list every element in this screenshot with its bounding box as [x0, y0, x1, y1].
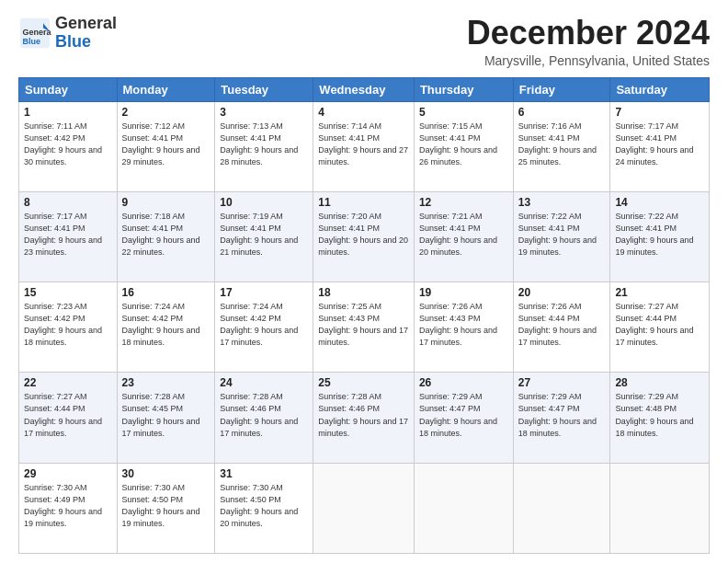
calendar-header-monday: Monday [117, 77, 215, 101]
calendar-day-cell: 9Sunrise: 7:18 AMSunset: 4:41 PMDaylight… [117, 191, 215, 282]
day-info: Sunrise: 7:26 AMSunset: 4:43 PMDaylight:… [419, 301, 508, 349]
day-info: Sunrise: 7:27 AMSunset: 4:44 PMDaylight:… [615, 301, 704, 349]
calendar-header-saturday: Saturday [610, 77, 710, 101]
calendar-header-thursday: Thursday [414, 77, 513, 101]
day-info: Sunrise: 7:23 AMSunset: 4:42 PMDaylight:… [24, 301, 112, 349]
day-number: 13 [518, 196, 606, 209]
day-number: 2 [122, 106, 210, 119]
title-block: December 2024 Marysville, Pennsylvania, … [467, 15, 710, 68]
day-info: Sunrise: 7:21 AMSunset: 4:41 PMDaylight:… [419, 211, 508, 259]
calendar-week-row: 15Sunrise: 7:23 AMSunset: 4:42 PMDayligh… [19, 282, 710, 373]
day-info: Sunrise: 7:29 AMSunset: 4:48 PMDaylight:… [615, 391, 704, 439]
calendar-day-cell: 1Sunrise: 7:11 AMSunset: 4:42 PMDaylight… [19, 101, 118, 191]
calendar-day-cell: 14Sunrise: 7:22 AMSunset: 4:41 PMDayligh… [610, 191, 710, 282]
calendar-week-row: 22Sunrise: 7:27 AMSunset: 4:44 PMDayligh… [19, 373, 710, 463]
day-info: Sunrise: 7:17 AMSunset: 4:41 PMDaylight:… [615, 121, 704, 168]
day-info: Sunrise: 7:22 AMSunset: 4:41 PMDaylight:… [518, 211, 606, 259]
day-number: 22 [24, 376, 112, 389]
day-number: 11 [318, 196, 409, 209]
calendar-day-cell: 23Sunrise: 7:28 AMSunset: 4:45 PMDayligh… [117, 373, 215, 463]
day-info: Sunrise: 7:30 AMSunset: 4:50 PMDaylight:… [122, 482, 210, 530]
calendar-day-cell: 24Sunrise: 7:28 AMSunset: 4:46 PMDayligh… [215, 373, 313, 463]
day-number: 30 [122, 467, 210, 480]
day-number: 29 [24, 467, 112, 480]
calendar-day-cell: 27Sunrise: 7:29 AMSunset: 4:47 PMDayligh… [513, 373, 610, 463]
location-subtitle: Marysville, Pennsylvania, United States [467, 53, 710, 68]
calendar-day-cell: 15Sunrise: 7:23 AMSunset: 4:42 PMDayligh… [19, 282, 118, 373]
day-info: Sunrise: 7:25 AMSunset: 4:43 PMDaylight:… [318, 301, 409, 349]
logo-general-text: General [55, 14, 117, 32]
day-number: 19 [419, 286, 508, 299]
calendar-header-sunday: Sunday [19, 77, 118, 101]
month-title: December 2024 [467, 15, 710, 52]
day-info: Sunrise: 7:30 AMSunset: 4:49 PMDaylight:… [24, 482, 112, 530]
calendar-table: SundayMondayTuesdayWednesdayThursdayFrid… [18, 77, 710, 554]
day-info: Sunrise: 7:16 AMSunset: 4:41 PMDaylight:… [518, 121, 606, 168]
calendar-week-row: 29Sunrise: 7:30 AMSunset: 4:49 PMDayligh… [19, 463, 710, 553]
day-number: 12 [419, 196, 508, 209]
day-number: 16 [122, 286, 210, 299]
day-number: 24 [220, 376, 308, 389]
day-info: Sunrise: 7:12 AMSunset: 4:41 PMDaylight:… [122, 121, 210, 168]
svg-text:Blue: Blue [23, 36, 41, 45]
day-number: 15 [24, 286, 112, 299]
day-info: Sunrise: 7:20 AMSunset: 4:41 PMDaylight:… [318, 211, 409, 259]
day-info: Sunrise: 7:27 AMSunset: 4:44 PMDaylight:… [24, 391, 112, 439]
calendar-day-cell: 12Sunrise: 7:21 AMSunset: 4:41 PMDayligh… [414, 191, 513, 282]
day-number: 1 [24, 106, 112, 119]
day-number: 18 [318, 286, 409, 299]
calendar-day-cell: 22Sunrise: 7:27 AMSunset: 4:44 PMDayligh… [19, 373, 118, 463]
day-info: Sunrise: 7:26 AMSunset: 4:44 PMDaylight:… [518, 301, 606, 349]
calendar-day-cell: 11Sunrise: 7:20 AMSunset: 4:41 PMDayligh… [313, 191, 415, 282]
day-number: 20 [518, 286, 606, 299]
calendar-header-wednesday: Wednesday [313, 77, 415, 101]
calendar-day-cell: 28Sunrise: 7:29 AMSunset: 4:48 PMDayligh… [610, 373, 710, 463]
day-number: 3 [220, 106, 308, 119]
calendar-header-row: SundayMondayTuesdayWednesdayThursdayFrid… [19, 77, 710, 101]
calendar-header-tuesday: Tuesday [215, 77, 313, 101]
calendar-day-cell [610, 463, 710, 553]
day-info: Sunrise: 7:14 AMSunset: 4:41 PMDaylight:… [318, 121, 409, 168]
day-info: Sunrise: 7:18 AMSunset: 4:41 PMDaylight:… [122, 211, 210, 259]
day-info: Sunrise: 7:13 AMSunset: 4:41 PMDaylight:… [220, 121, 308, 168]
day-number: 7 [615, 106, 704, 119]
calendar-day-cell: 21Sunrise: 7:27 AMSunset: 4:44 PMDayligh… [610, 282, 710, 373]
calendar-day-cell: 6Sunrise: 7:16 AMSunset: 4:41 PMDaylight… [513, 101, 610, 191]
calendar-day-cell: 13Sunrise: 7:22 AMSunset: 4:41 PMDayligh… [513, 191, 610, 282]
calendar-day-cell: 2Sunrise: 7:12 AMSunset: 4:41 PMDaylight… [117, 101, 215, 191]
day-number: 27 [518, 376, 606, 389]
calendar-day-cell [313, 463, 415, 553]
calendar-day-cell: 3Sunrise: 7:13 AMSunset: 4:41 PMDaylight… [215, 101, 313, 191]
day-number: 28 [615, 376, 704, 389]
calendar-day-cell [513, 463, 610, 553]
day-info: Sunrise: 7:28 AMSunset: 4:46 PMDaylight:… [318, 391, 409, 439]
day-number: 9 [122, 196, 210, 209]
day-info: Sunrise: 7:22 AMSunset: 4:41 PMDaylight:… [615, 211, 704, 259]
calendar-day-cell: 18Sunrise: 7:25 AMSunset: 4:43 PMDayligh… [313, 282, 415, 373]
calendar-day-cell: 30Sunrise: 7:30 AMSunset: 4:50 PMDayligh… [117, 463, 215, 553]
day-number: 25 [318, 376, 409, 389]
day-info: Sunrise: 7:19 AMSunset: 4:41 PMDaylight:… [220, 211, 308, 259]
day-info: Sunrise: 7:24 AMSunset: 4:42 PMDaylight:… [122, 301, 210, 349]
day-info: Sunrise: 7:29 AMSunset: 4:47 PMDaylight:… [518, 391, 606, 439]
day-number: 4 [318, 106, 409, 119]
calendar-day-cell: 26Sunrise: 7:29 AMSunset: 4:47 PMDayligh… [414, 373, 513, 463]
day-info: Sunrise: 7:15 AMSunset: 4:41 PMDaylight:… [419, 121, 508, 168]
calendar-day-cell: 19Sunrise: 7:26 AMSunset: 4:43 PMDayligh… [414, 282, 513, 373]
calendar-day-cell: 7Sunrise: 7:17 AMSunset: 4:41 PMDaylight… [610, 101, 710, 191]
calendar-day-cell: 25Sunrise: 7:28 AMSunset: 4:46 PMDayligh… [313, 373, 415, 463]
day-number: 10 [220, 196, 308, 209]
day-info: Sunrise: 7:11 AMSunset: 4:42 PMDaylight:… [24, 121, 112, 168]
calendar-week-row: 8Sunrise: 7:17 AMSunset: 4:41 PMDaylight… [19, 191, 710, 282]
calendar-day-cell: 17Sunrise: 7:24 AMSunset: 4:42 PMDayligh… [215, 282, 313, 373]
calendar-day-cell: 20Sunrise: 7:26 AMSunset: 4:44 PMDayligh… [513, 282, 610, 373]
day-number: 14 [615, 196, 704, 209]
calendar-day-cell: 5Sunrise: 7:15 AMSunset: 4:41 PMDaylight… [414, 101, 513, 191]
day-info: Sunrise: 7:30 AMSunset: 4:50 PMDaylight:… [220, 482, 308, 530]
day-info: Sunrise: 7:24 AMSunset: 4:42 PMDaylight:… [220, 301, 308, 349]
day-number: 26 [419, 376, 508, 389]
logo-icon: General Blue [18, 17, 51, 50]
day-info: Sunrise: 7:29 AMSunset: 4:47 PMDaylight:… [419, 391, 508, 439]
day-number: 6 [518, 106, 606, 119]
day-number: 31 [220, 467, 308, 480]
